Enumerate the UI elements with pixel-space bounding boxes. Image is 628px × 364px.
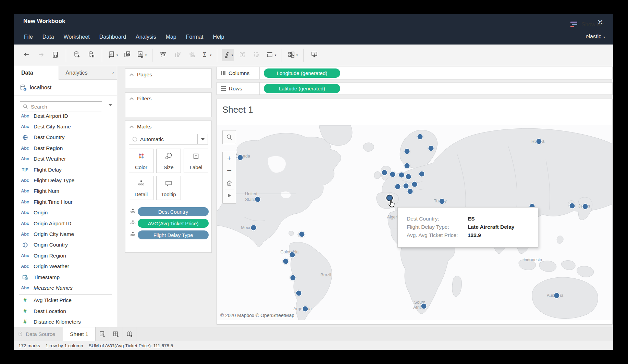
field-dest-city-name[interactable]: AbcDest City Name xyxy=(14,121,117,132)
menu-help[interactable]: Help xyxy=(208,30,229,44)
tab-data-source[interactable]: Data Source xyxy=(14,327,63,341)
map-mark[interactable] xyxy=(289,252,296,258)
search-input[interactable] xyxy=(31,104,89,110)
columns-shelf[interactable]: Columns Longitude (generated) xyxy=(217,67,613,79)
field-origin[interactable]: AbcOrigin xyxy=(14,208,117,218)
detail-button[interactable]: Detail xyxy=(129,176,153,200)
menu-dashboard[interactable]: Dashboard xyxy=(95,30,131,44)
menu-file[interactable]: File xyxy=(19,30,38,44)
field-origin-city-name[interactable]: AbcOrigin City Name xyxy=(14,229,117,239)
presentation-mode-button[interactable] xyxy=(308,49,320,61)
undo-button[interactable] xyxy=(20,49,33,61)
totals-button[interactable]: Σ▾ xyxy=(200,49,212,61)
map-mark[interactable] xyxy=(290,275,296,281)
rows-shelf[interactable]: Rows Latitude (generated) xyxy=(217,82,613,95)
map-mark[interactable] xyxy=(439,198,445,205)
map-mark[interactable] xyxy=(554,292,560,299)
field-dest-weather[interactable]: AbcDest Weather xyxy=(14,154,117,164)
new-data-source-button[interactable] xyxy=(71,49,83,61)
map-search-button[interactable] xyxy=(222,130,236,144)
columns-pill[interactable]: Longitude (generated) xyxy=(264,68,340,78)
map-mark[interactable] xyxy=(250,225,257,231)
new-worksheet-button[interactable] xyxy=(95,327,109,341)
map-mark[interactable] xyxy=(283,258,289,265)
map-mark[interactable] xyxy=(296,290,302,297)
pill-dest-country[interactable]: Dest Country xyxy=(138,207,209,216)
map-mark[interactable] xyxy=(569,203,576,209)
pill-avg-avg-ticket-price-[interactable]: AVG(Avg Ticket Price) xyxy=(138,219,209,228)
menu-data[interactable]: Data xyxy=(38,30,59,44)
field-flight-delay-type[interactable]: AbcFlight Delay Type xyxy=(14,175,117,186)
save-button[interactable] xyxy=(49,49,61,61)
pause-auto-updates-button[interactable] xyxy=(85,49,97,61)
label-button[interactable]: Label xyxy=(184,149,208,173)
new-dashboard-button[interactable] xyxy=(109,327,123,341)
menu-format[interactable]: Format xyxy=(181,30,208,44)
menu-worksheet[interactable]: Worksheet xyxy=(59,30,95,44)
new-story-button[interactable] xyxy=(123,327,136,341)
show-me-button[interactable]: Show Me xyxy=(570,14,604,35)
field-origin-region[interactable]: AbcOrigin Region xyxy=(14,250,117,261)
map-mark[interactable] xyxy=(405,174,412,180)
zoom-out-button[interactable]: − xyxy=(223,164,236,177)
field-distance-kilometers[interactable]: #Distance Kilometers xyxy=(14,316,117,327)
map-mark[interactable] xyxy=(390,171,396,178)
map-mark[interactable] xyxy=(411,181,418,188)
rows-pill[interactable]: Latitude (generated) xyxy=(264,84,340,93)
mark-type-dropdown[interactable]: Automatic xyxy=(129,134,208,145)
field-origin-weather[interactable]: AbcOrigin Weather xyxy=(14,261,117,272)
filters-card[interactable]: Filters xyxy=(125,92,212,117)
field-measure-names[interactable]: AbcMeasure Names xyxy=(14,283,117,293)
tab-sheet-1[interactable]: Sheet 1 xyxy=(63,327,95,341)
field-dest-location[interactable]: #Dest Location xyxy=(14,306,117,316)
map-mark[interactable] xyxy=(302,306,309,312)
color-button[interactable]: Color xyxy=(129,149,153,173)
tab-data[interactable]: Data xyxy=(14,66,59,80)
duplicate-sheet-button[interactable] xyxy=(121,49,133,61)
map-mark[interactable] xyxy=(381,170,388,176)
map-mark[interactable] xyxy=(582,203,589,210)
menu-analysis[interactable]: Analysis xyxy=(131,30,161,44)
field-avg-ticket-price[interactable]: #Avg Ticket Price xyxy=(14,295,117,306)
field-flight-num[interactable]: AbcFlight Num xyxy=(14,186,117,197)
field-origin-country[interactable]: Origin Country xyxy=(14,240,117,250)
field-flight-time-hour[interactable]: AbcFlight Time Hour xyxy=(14,197,117,207)
field-timestamp[interactable]: Timestamp xyxy=(14,272,117,283)
mark-type-caret[interactable] xyxy=(197,134,208,144)
map-attribution[interactable]: © 2020 Mapbox © OpenStreetMap xyxy=(220,313,294,318)
data-connection[interactable]: localhost xyxy=(14,80,117,96)
size-button[interactable]: Size xyxy=(156,149,181,173)
map-mark[interactable] xyxy=(404,148,410,155)
map-mark[interactable] xyxy=(404,163,410,169)
pages-card[interactable]: Pages xyxy=(125,68,212,88)
clear-sheet-button[interactable]: ▾ xyxy=(135,49,148,61)
new-worksheet-button[interactable]: ▾ xyxy=(107,49,119,61)
field-dest-country[interactable]: Dest Country xyxy=(14,132,117,143)
map-mark[interactable] xyxy=(255,196,261,203)
map-mark[interactable] xyxy=(299,231,305,238)
zoom-in-button[interactable]: + xyxy=(223,152,236,164)
zoom-home-button[interactable] xyxy=(223,177,236,189)
format-borders-button[interactable]: ▾ xyxy=(265,49,277,61)
highlight-button[interactable]: ▾ xyxy=(222,49,234,61)
field-dest-region[interactable]: AbcDest Region xyxy=(14,143,117,153)
map-mark[interactable] xyxy=(398,172,405,178)
menu-map[interactable]: Map xyxy=(161,30,181,44)
map-view[interactable]: CanadaUnitedStatesMexicoColombiaBrazilAr… xyxy=(217,125,612,320)
map-mark[interactable] xyxy=(428,145,434,152)
map-mark[interactable] xyxy=(407,188,414,195)
map-mark[interactable] xyxy=(536,138,542,145)
map-mark[interactable] xyxy=(419,171,425,177)
pill-flight-delay-type[interactable]: Flight Delay Type xyxy=(138,230,209,239)
collapse-pane-icon[interactable]: ‹ xyxy=(109,66,117,80)
search-options-caret-icon[interactable] xyxy=(109,104,112,106)
zoom-mode-button[interactable] xyxy=(223,189,236,202)
map-mark[interactable] xyxy=(421,303,427,310)
field-origin-airport-id[interactable]: AbcOrigin Airport ID xyxy=(14,218,117,229)
field-dest-airport-id[interactable]: AbcDest Airport ID xyxy=(14,111,117,121)
field-flight-delay[interactable]: T|FFlight Delay xyxy=(14,164,117,175)
tab-analytics[interactable]: Analytics xyxy=(59,66,110,80)
map-mark[interactable] xyxy=(395,184,401,190)
show-me-panel-button[interactable]: ▾ xyxy=(286,49,299,61)
map-mark[interactable] xyxy=(417,134,423,140)
